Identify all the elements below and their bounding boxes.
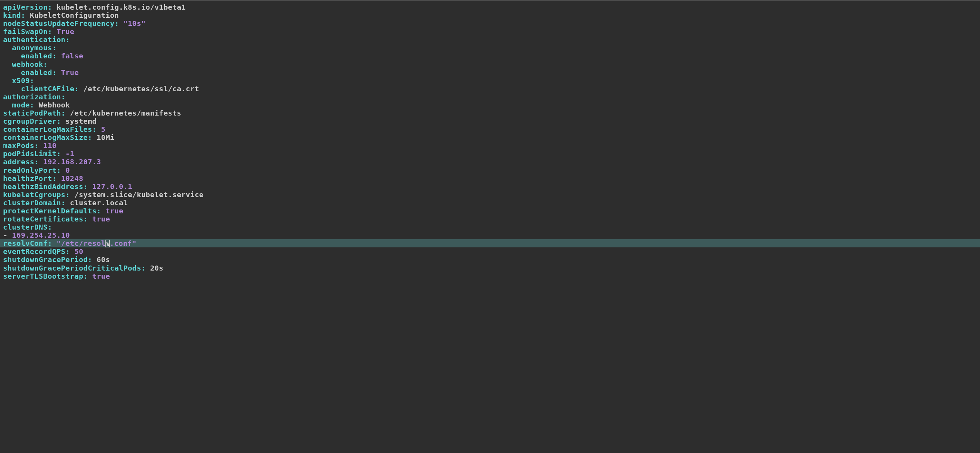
code-line[interactable]: x509: (3, 77, 977, 85)
code-line[interactable]: nodeStatusUpdateFrequency: "10s" (3, 19, 977, 27)
code-line[interactable]: serverTLSBootstrap: true (3, 272, 977, 280)
code-line[interactable]: mode: Webhook (3, 101, 977, 109)
code-line[interactable]: eventRecordQPS: 50 (3, 247, 977, 255)
code-line[interactable]: readOnlyPort: 0 (3, 166, 977, 174)
code-line[interactable]: staticPodPath: /etc/kubernetes/manifests (3, 109, 977, 117)
code-line[interactable]: podPidsLimit: -1 (3, 150, 977, 158)
code-line[interactable]: rotateCertificates: true (3, 215, 977, 223)
code-line[interactable]: kind: KubeletConfiguration (3, 11, 977, 19)
code-line[interactable]: containerLogMaxFiles: 5 (3, 125, 977, 133)
code-line[interactable]: containerLogMaxSize: 10Mi (3, 133, 977, 141)
code-line[interactable]: failSwapOn: True (3, 27, 977, 36)
code-line[interactable]: maxPods: 110 (3, 141, 977, 150)
code-editor[interactable]: apiVersion: kubelet.config.k8s.io/v1beta… (0, 1, 980, 283)
code-line[interactable]: webhook: (3, 60, 977, 68)
code-line[interactable]: apiVersion: kubelet.config.k8s.io/v1beta… (3, 3, 977, 11)
code-line[interactable]: resolvConf: "/etc/resolv.conf" (0, 239, 980, 247)
code-line[interactable]: anonymous: (3, 44, 977, 52)
code-line[interactable]: shutdownGracePeriodCriticalPods: 20s (3, 264, 977, 272)
code-line[interactable]: healthzBindAddress: 127.0.0.1 (3, 182, 977, 191)
text-cursor: v (105, 240, 110, 247)
code-line[interactable]: address: 192.168.207.3 (3, 158, 977, 166)
code-line[interactable]: shutdownGracePeriod: 60s (3, 255, 977, 264)
code-line[interactable]: clusterDNS: (3, 223, 977, 231)
code-line[interactable]: authentication: (3, 36, 977, 44)
code-line[interactable]: - 169.254.25.10 (3, 231, 977, 239)
code-line[interactable]: kubeletCgroups: /system.slice/kubelet.se… (3, 191, 977, 199)
code-line[interactable]: cgroupDriver: systemd (3, 117, 977, 125)
code-line[interactable]: healthzPort: 10248 (3, 174, 977, 182)
code-line[interactable]: authorization: (3, 93, 977, 101)
code-line[interactable]: enabled: True (3, 68, 977, 77)
code-line[interactable]: clusterDomain: cluster.local (3, 199, 977, 207)
code-line[interactable]: protectKernelDefaults: true (3, 207, 977, 215)
code-line[interactable]: enabled: false (3, 52, 977, 60)
code-line[interactable]: clientCAFile: /etc/kubernetes/ssl/ca.crt (3, 85, 977, 93)
